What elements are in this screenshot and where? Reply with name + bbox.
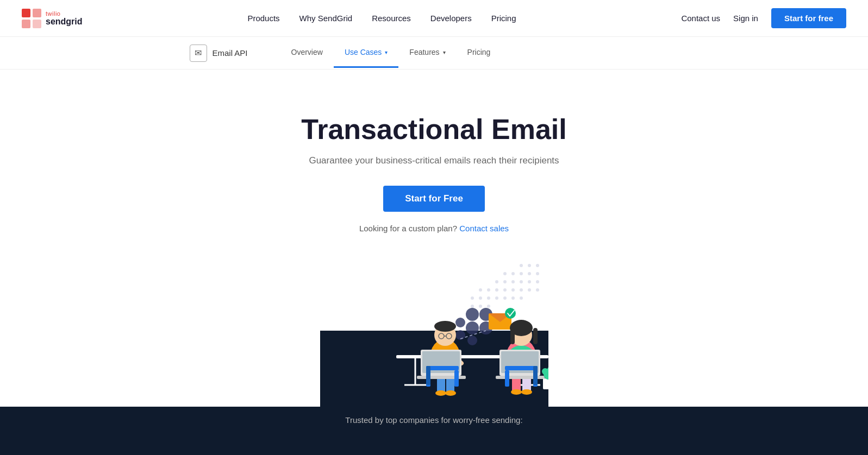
svg-point-15 — [528, 280, 531, 283]
sub-nav-links: Overview Use Cases ▾ Features ▾ Pricing — [280, 38, 502, 68]
sub-nav-overview[interactable]: Overview — [280, 38, 334, 68]
svg-point-6 — [528, 264, 531, 267]
svg-rect-89 — [543, 378, 548, 389]
sub-nav-inner: ✉ Email API Overview Use Cases ▾ Feature… — [190, 38, 679, 68]
sub-nav: ✉ Email API Overview Use Cases ▾ Feature… — [0, 37, 868, 69]
svg-rect-84 — [426, 366, 430, 385]
svg-point-39 — [466, 321, 479, 334]
sub-nav-features[interactable]: Features ▾ — [398, 38, 456, 68]
illustration-section — [0, 255, 868, 407]
svg-point-24 — [536, 288, 539, 292]
svg-rect-1 — [33, 9, 41, 17]
nav-item-resources[interactable]: Resources — [372, 14, 411, 23]
dark-section: Trusted by top companies for worry-free … — [0, 407, 868, 455]
svg-point-43 — [467, 336, 477, 345]
trusted-text: Trusted by top companies for worry-free … — [345, 415, 522, 425]
main-nav: twilio sendgrid Products Why SendGrid Re… — [0, 0, 868, 37]
sub-nav-use-cases[interactable]: Use Cases ▾ — [334, 38, 398, 68]
svg-point-5 — [520, 264, 523, 267]
svg-point-77 — [521, 389, 532, 395]
svg-point-17 — [503, 280, 507, 283]
svg-rect-83 — [454, 370, 459, 387]
hero-illustration — [320, 255, 548, 407]
svg-rect-72 — [510, 328, 515, 344]
svg-point-9 — [528, 272, 531, 275]
email-api-icon: ✉ — [190, 45, 207, 62]
svg-point-13 — [511, 280, 515, 283]
svg-point-36 — [487, 305, 490, 308]
nav-item-products[interactable]: Products — [247, 14, 279, 23]
hero-cta-wrapper: Start for Free — [22, 186, 846, 224]
svg-rect-85 — [505, 366, 538, 370]
svg-point-76 — [511, 389, 522, 395]
logo[interactable]: twilio sendgrid — [22, 9, 83, 28]
nav-item-developers[interactable]: Developers — [430, 14, 472, 23]
svg-point-12 — [503, 272, 507, 275]
svg-rect-86 — [505, 370, 509, 387]
svg-point-33 — [471, 296, 474, 300]
svg-point-25 — [487, 288, 490, 292]
svg-rect-88 — [533, 366, 538, 385]
svg-rect-3 — [33, 20, 41, 28]
svg-rect-73 — [533, 328, 538, 344]
twilio-logo-icon — [22, 9, 41, 28]
svg-point-32 — [520, 296, 523, 300]
sub-nav-pricing[interactable]: Pricing — [457, 38, 502, 68]
svg-point-29 — [495, 296, 498, 300]
logo-text: twilio sendgrid — [46, 10, 83, 27]
svg-rect-81 — [426, 366, 459, 370]
svg-point-23 — [528, 288, 531, 292]
nav-right: Contact us Sign in Start for free — [681, 8, 846, 28]
svg-point-14 — [520, 280, 523, 283]
svg-point-54 — [435, 390, 446, 396]
svg-point-11 — [511, 272, 515, 275]
svg-rect-0 — [22, 9, 30, 17]
svg-point-37 — [466, 308, 479, 321]
svg-point-16 — [536, 280, 539, 283]
nav-item-pricing[interactable]: Pricing — [491, 14, 516, 23]
contact-sales-link[interactable]: Contact sales — [459, 224, 509, 233]
nav-start-free-button[interactable]: Start for free — [771, 8, 846, 28]
sub-nav-label: Email API — [213, 48, 248, 58]
svg-point-28 — [487, 296, 490, 300]
hero-title: Transactional Email — [22, 113, 846, 146]
svg-point-26 — [479, 288, 482, 292]
svg-point-19 — [495, 288, 498, 292]
chevron-down-icon: ▾ — [443, 49, 446, 55]
chevron-down-icon: ▾ — [385, 49, 388, 55]
svg-point-55 — [445, 390, 456, 396]
signin-link[interactable]: Sign in — [733, 14, 758, 23]
svg-point-30 — [503, 296, 507, 300]
logo-sendgrid: sendgrid — [46, 17, 83, 27]
svg-point-7 — [536, 264, 539, 267]
svg-point-34 — [471, 305, 474, 308]
nav-item-why[interactable]: Why SendGrid — [299, 14, 353, 23]
hero-contact-text: Looking for a custom plan? Contact sales — [22, 224, 846, 233]
svg-point-10 — [536, 272, 539, 275]
svg-point-66 — [505, 308, 516, 319]
hero-subtitle: Guarantee your business-critical emails … — [22, 155, 846, 166]
sub-nav-brand: ✉ Email API — [190, 45, 248, 62]
hero-section: Transactional Email Guarantee your busin… — [0, 69, 868, 255]
svg-point-18 — [495, 280, 498, 283]
svg-point-8 — [520, 272, 523, 275]
svg-point-35 — [479, 305, 482, 308]
svg-point-31 — [511, 296, 515, 300]
svg-point-51 — [434, 321, 456, 332]
hero-start-free-button[interactable]: Start for Free — [383, 186, 485, 212]
svg-point-22 — [520, 288, 523, 292]
nav-links: Products Why SendGrid Resources Develope… — [247, 14, 516, 23]
svg-rect-2 — [22, 20, 30, 28]
svg-point-20 — [503, 288, 507, 292]
svg-point-21 — [511, 288, 515, 292]
svg-point-41 — [455, 318, 465, 327]
contact-link[interactable]: Contact us — [681, 14, 720, 23]
logo-twilio: twilio — [46, 10, 83, 17]
svg-point-27 — [479, 296, 482, 300]
